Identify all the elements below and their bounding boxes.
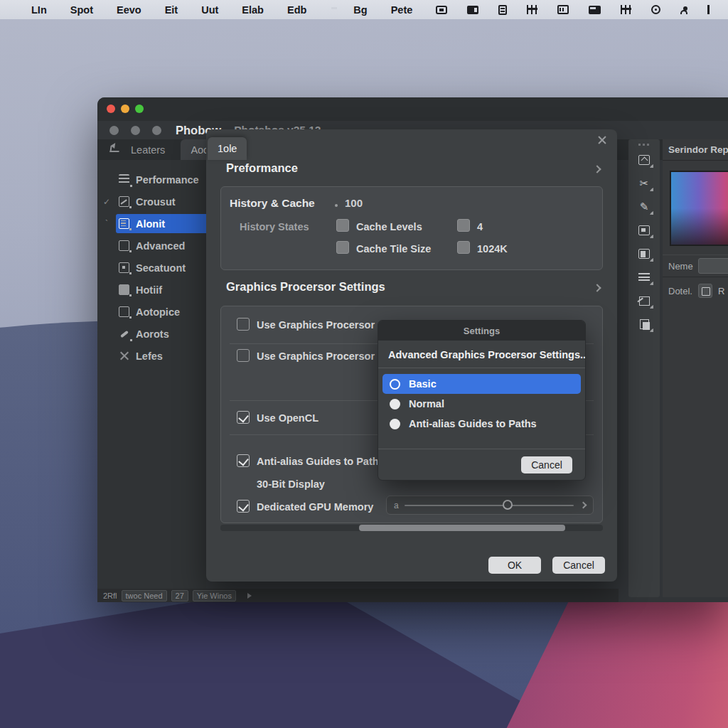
equalizer-icon[interactable] <box>527 5 537 14</box>
status-badge[interactable]: Yie Winos <box>193 590 236 601</box>
sidebar-item-aotopice[interactable]: Aotopice <box>97 301 206 323</box>
horizontal-scrollbar[interactable] <box>220 525 603 531</box>
help-icon[interactable] <box>651 5 660 14</box>
slider-min-label: a <box>394 500 399 510</box>
radio-selected-icon[interactable] <box>390 379 400 390</box>
keyboard-icon[interactable] <box>557 5 569 14</box>
send-tool-icon[interactable] <box>637 294 651 308</box>
cache-tile-value-checkbox[interactable] <box>457 241 470 254</box>
back-arrow-icon[interactable] <box>109 146 119 152</box>
minimize-window-button[interactable] <box>121 105 129 113</box>
list-tool-icon[interactable] <box>637 270 651 284</box>
option-anti-alias[interactable]: Anti-alias Guides to Paths <box>382 414 581 434</box>
use-gpu-label-1: Use Graphics Procersor <box>257 319 375 331</box>
framed-image-icon[interactable] <box>698 284 712 298</box>
media-icon[interactable] <box>467 6 478 14</box>
close-window-button[interactable] <box>107 105 115 113</box>
sidebar-item-crousut[interactable]: ✓ Crousut <box>97 191 206 213</box>
menu-item[interactable]: Edb <box>287 4 306 16</box>
gpu-memory-slider[interactable]: a <box>386 496 594 515</box>
history-cache-title: History & Cache <box>230 197 315 210</box>
menu-item[interactable]: Elab <box>242 4 264 16</box>
clipboard-icon[interactable] <box>498 5 507 15</box>
status-arrow-icon[interactable] <box>247 593 255 599</box>
status-zoom: 2Rfl <box>103 592 117 600</box>
cache-levels-value-checkbox[interactable] <box>457 219 470 232</box>
slider-chevron-icon[interactable] <box>580 502 587 509</box>
tray-icon[interactable] <box>436 6 447 14</box>
sidebar-item-advanced[interactable]: Advanced <box>97 235 206 257</box>
cache-levels-checkbox[interactable] <box>336 219 349 232</box>
name-label: Neme <box>668 261 693 272</box>
sidebar-item-secatuont[interactable]: Secatuont <box>97 257 206 279</box>
menu-item[interactable]: Uut <box>201 4 218 16</box>
menu-item[interactable]: Eit <box>165 4 178 16</box>
image-tool-icon[interactable] <box>637 223 651 237</box>
option-normal[interactable]: Normal <box>382 394 581 414</box>
display-icon[interactable] <box>589 6 601 14</box>
toolbar-grip[interactable] <box>638 144 650 146</box>
cache-levels-label: Cache Levels <box>356 221 422 232</box>
scissors-tool-icon[interactable]: ✂ <box>637 176 651 191</box>
app-window: Phobow Photshos v25 12 Leaters Aocib 1ol… <box>97 97 728 602</box>
gpu-section-header: Graphics Procersor Settings <box>226 280 385 294</box>
scrollbar-thumb[interactable] <box>359 525 565 531</box>
breadcrumb[interactable]: Leaters <box>131 144 165 156</box>
tab-1ole-active[interactable]: 1ole <box>208 137 247 160</box>
use-gpu-checkbox-1[interactable] <box>237 318 250 331</box>
radio-icon[interactable] <box>390 419 400 429</box>
use-gpu-checkbox-2[interactable] <box>237 349 250 362</box>
ok-button[interactable]: OK <box>488 557 541 574</box>
dedicated-gpu-label: Dedicated GPU Memory <box>257 501 373 513</box>
menu-item[interactable]: Pete <box>391 4 413 16</box>
document-icon <box>119 218 129 229</box>
pen-tool-icon[interactable]: ✎ <box>637 200 651 214</box>
detail-row: Dotel. R <box>663 279 728 303</box>
use-opencl-checkbox[interactable] <box>237 411 250 424</box>
titlebar-dot <box>152 126 161 135</box>
menu-item[interactable]: Eevo <box>117 4 141 16</box>
popup-title: Settings <box>378 321 585 341</box>
zoom-window-button[interactable] <box>135 105 144 113</box>
pages-tool-icon[interactable] <box>637 317 651 331</box>
export-tool-icon[interactable] <box>637 153 651 167</box>
cache-tile-checkbox[interactable] <box>336 241 349 254</box>
popup-cancel-button[interactable]: Cancel <box>521 456 572 473</box>
list-icon <box>119 174 129 185</box>
menu-item[interactable]: Spot <box>70 4 93 16</box>
cache-tile-value: 1024K <box>477 243 508 255</box>
dialog-close-icon[interactable] <box>596 134 609 146</box>
advanced-gpu-settings-item[interactable]: Advanced Graphics Procersor Settings.. <box>378 341 585 368</box>
dedicated-gpu-checkbox[interactable] <box>237 500 250 513</box>
menu-item[interactable]: Bg <box>353 4 367 16</box>
status-badge[interactable]: twoc Need <box>122 590 167 601</box>
window-titlebar[interactable] <box>97 97 728 121</box>
pen-icon <box>119 328 129 339</box>
user-icon[interactable] <box>680 10 687 14</box>
status-badge[interactable]: 27 <box>171 590 188 601</box>
preferences-sidebar: Performance ✓ Crousut ` Alonit Advanced … <box>97 160 206 589</box>
sliders-icon[interactable] <box>621 5 631 14</box>
name-input[interactable] <box>698 258 728 274</box>
sidebar-item-aorots[interactable]: Aorots <box>97 323 206 345</box>
chevron-right-icon[interactable] <box>593 284 601 291</box>
slider-thumb[interactable] <box>503 500 513 510</box>
anti-alias-checkbox[interactable] <box>237 454 250 467</box>
thirty-bit-label: 30-Bit Display <box>257 478 325 490</box>
menu-item[interactable]: LIn <box>31 4 47 16</box>
cancel-button[interactable]: Cancel <box>552 557 605 574</box>
sidebar-item-hotiif[interactable]: Hotiif <box>97 279 206 301</box>
crop-tool-icon[interactable] <box>637 247 651 261</box>
sidebar-item-alonit[interactable]: ` Alonit <box>97 213 206 235</box>
chevron-right-icon[interactable] <box>593 165 601 173</box>
radio-icon[interactable] <box>390 399 400 410</box>
slider-track[interactable] <box>405 505 574 506</box>
panel-title: Serindor Rep <box>663 139 728 161</box>
option-basic[interactable]: Basic <box>382 374 581 394</box>
sidebar-item-performance[interactable]: Performance <box>97 168 206 191</box>
color-picker-field[interactable] <box>670 171 728 246</box>
sidebar-item-lefes[interactable]: Lefes <box>97 345 206 367</box>
history-cache-box: History & Cache 100 History States Cache… <box>220 186 603 270</box>
anti-alias-label: Anti-alias Guides to Paths <box>257 456 385 467</box>
use-opencl-label: Use OpenCL <box>257 412 318 424</box>
